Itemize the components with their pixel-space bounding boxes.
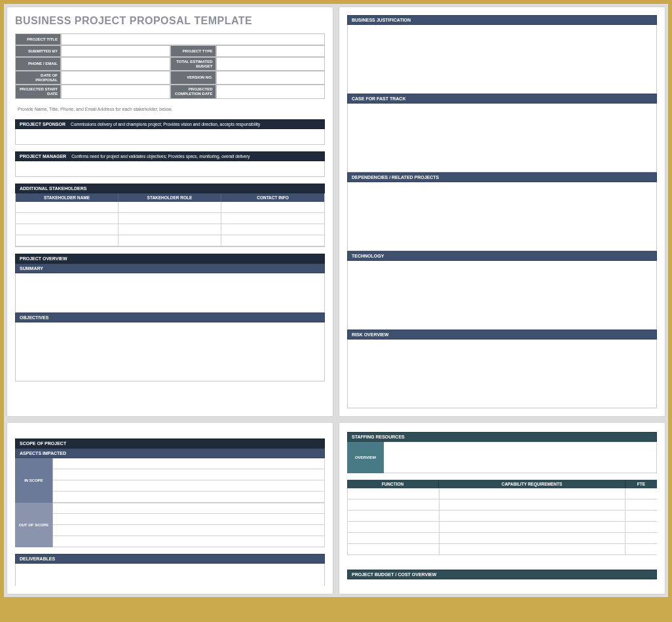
stakeholder-row <box>16 224 324 235</box>
deliverables-content <box>15 564 325 586</box>
risk-overview-content <box>347 340 657 408</box>
sponsor-block: PROJECT SPONSOR Commissions delivery of … <box>15 119 325 145</box>
dependencies-content <box>347 182 657 251</box>
value-phone-email <box>61 57 170 71</box>
in-scope-row: IN SCOPE <box>15 458 325 503</box>
technology-section: TECHNOLOGY <box>347 251 657 330</box>
col-stakeholder-name: STAKEHOLDER NAME <box>16 193 119 202</box>
document-title: BUSINESS PROJECT PROPOSAL TEMPLATE <box>15 15 325 27</box>
label-version-no: VERSION NO. <box>170 71 216 85</box>
sponsor-label: PROJECT SPONSOR <box>20 122 65 126</box>
business-justification-content <box>347 25 657 94</box>
summary-header: SUMMARY <box>15 263 325 273</box>
business-justification-section: BUSINESS JUSTIFICATION <box>347 15 657 94</box>
value-completion-date <box>216 85 326 98</box>
risk-overview-section: RISK OVERVIEW <box>347 330 657 408</box>
risk-overview-header: RISK OVERVIEW <box>347 330 657 340</box>
page-1: BUSINESS PROJECT PROPOSAL TEMPLATE PROJE… <box>7 7 333 417</box>
staff-row <box>348 511 657 522</box>
value-version-no <box>216 71 326 85</box>
value-start-date <box>61 85 170 98</box>
staffing-table-body <box>347 488 657 555</box>
case-fast-track-header: CASE FOR FAST TRACK <box>347 94 657 104</box>
technology-content <box>347 261 657 330</box>
overview-body <box>384 442 657 473</box>
in-scope-lines <box>53 458 325 503</box>
value-total-budget <box>216 57 326 71</box>
page-2: BUSINESS JUSTIFICATION CASE FOR FAST TRA… <box>339 7 665 417</box>
label-submitted-by: SUBMITTED BY <box>15 45 61 57</box>
value-submitted-by <box>61 45 170 57</box>
label-project-type: PROJECT TYPE <box>170 45 216 57</box>
col-capability: CAPABILITY REQUIREMENTS <box>439 480 625 488</box>
sponsor-content <box>15 129 325 145</box>
objectives-content <box>15 322 325 381</box>
staffing-table-head: FUNCTION CAPABILITY REQUIREMENTS FTE <box>347 480 657 488</box>
stakeholder-row <box>16 235 324 246</box>
manager-header: PROJECT MANAGER Confirms need for projec… <box>15 151 325 161</box>
col-fte: FTE <box>625 480 657 488</box>
label-date-proposal: DATE OF PROPOSAL <box>15 71 61 85</box>
staff-row <box>348 522 657 533</box>
value-project-title <box>61 33 325 45</box>
in-scope-label: IN SCOPE <box>15 458 53 503</box>
col-function: FUNCTION <box>347 480 439 488</box>
stakeholders-table: STAKEHOLDER NAME STAKEHOLDER ROLE CONTAC… <box>15 193 325 247</box>
out-scope-row: OUT OF SCOPE <box>15 503 325 547</box>
manager-block: PROJECT MANAGER Confirms need for projec… <box>15 151 325 177</box>
deliverables-header: DELIVERABLES <box>15 554 325 564</box>
technology-header: TECHNOLOGY <box>347 251 657 261</box>
label-phone-email: PHONE / EMAIL <box>15 57 61 71</box>
out-scope-lines <box>53 503 325 547</box>
label-start-date: PROJECTED START DATE <box>15 85 61 98</box>
staff-row <box>348 499 657 511</box>
col-stakeholder-role: STAKEHOLDER ROLE <box>119 193 221 202</box>
staff-row <box>348 533 657 544</box>
sponsor-desc: Commissions delivery of and champions pr… <box>71 122 260 126</box>
manager-label: PROJECT MANAGER <box>20 154 66 159</box>
overview-label: OVERVIEW <box>347 442 384 473</box>
dependencies-header: DEPENDENCIES / RELATED PROJECTS <box>347 172 657 182</box>
objectives-header: OBJECTIVES <box>15 313 325 322</box>
page-3: SCOPE OF PROJECT ASPECTS IMPACTED IN SCO… <box>7 422 333 594</box>
summary-content <box>15 273 325 313</box>
staffing-overview-row: OVERVIEW <box>347 442 657 473</box>
case-fast-track-content <box>347 104 657 172</box>
project-overview-block: PROJECT OVERVIEW SUMMARY OBJECTIVES <box>15 254 325 381</box>
staff-row <box>348 488 657 499</box>
out-scope-label: OUT OF SCOPE <box>15 503 53 547</box>
label-completion-date: PROJECTED COMPLETION DATE <box>170 85 216 98</box>
sponsor-header: PROJECT SPONSOR Commissions delivery of … <box>15 119 325 129</box>
stakeholders-header: ADDITIONAL STAKEHOLDERS <box>15 184 325 193</box>
dependencies-section: DEPENDENCIES / RELATED PROJECTS <box>347 172 657 251</box>
staff-row <box>348 544 657 555</box>
staffing-header: STAFFING RESOURCES <box>347 432 657 442</box>
manager-content <box>15 161 325 177</box>
value-project-type <box>216 45 326 57</box>
col-contact-info: CONTACT INFO <box>221 193 324 202</box>
scope-header: SCOPE OF PROJECT <box>15 438 325 448</box>
stakeholder-row <box>16 213 324 224</box>
manager-desc: Confirms need for project and validates … <box>71 154 250 159</box>
stakeholder-instruction: Provide Name, Title, Phone, and Email Ad… <box>15 106 325 113</box>
aspects-header: ASPECTS IMPACTED <box>15 448 325 458</box>
page-4: STAFFING RESOURCES OVERVIEW FUNCTION CAP… <box>339 422 665 594</box>
business-justification-header: BUSINESS JUSTIFICATION <box>347 15 657 25</box>
stakeholders-block: ADDITIONAL STAKEHOLDERS STAKEHOLDER NAME… <box>15 184 325 247</box>
budget-header: PROJECT BUDGET / COST OVERVIEW <box>347 570 657 579</box>
value-date-proposal <box>61 71 170 85</box>
label-total-budget: TOTAL ESTIMATED BUDGET <box>170 57 216 71</box>
label-project-title: PROJECT TITLE <box>15 33 61 45</box>
overview-header: PROJECT OVERVIEW <box>15 254 325 263</box>
stakeholder-row <box>16 202 324 213</box>
case-fast-track-section: CASE FOR FAST TRACK <box>347 94 657 172</box>
project-info-grid: PROJECT TITLE SUBMITTED BY PROJECT TYPE … <box>15 33 325 99</box>
